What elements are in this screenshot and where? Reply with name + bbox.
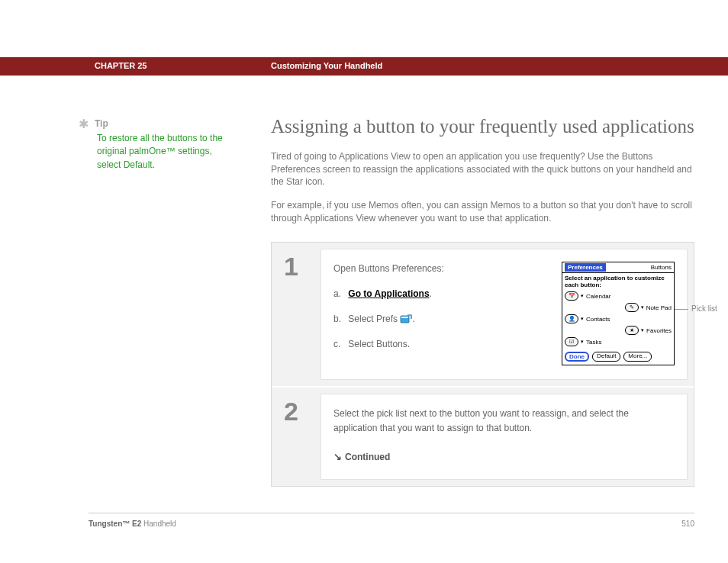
chevron-down-icon: ▾ <box>581 293 584 299</box>
ss-corner: Buttons <box>651 264 672 271</box>
intro-para-2: For example, if you use Memos often, you… <box>271 199 694 225</box>
step-1a: a. Go to Applications. <box>333 287 548 301</box>
steps-container: 1 Open Buttons Preferences: a. Go to App… <box>271 242 694 487</box>
step-1c: c. Select Buttons. <box>333 337 548 352</box>
ss-default-button: Default <box>592 352 620 362</box>
chevron-down-icon: ▾ <box>581 339 584 345</box>
intro-para-1: Tired of going to Applications View to o… <box>271 150 694 188</box>
chapter-title: Customizing Your Handheld <box>271 61 382 70</box>
step-number: 2 <box>272 388 321 486</box>
calendar-icon: 📅 <box>565 291 578 301</box>
tasks-icon: ☑ <box>565 337 578 346</box>
page-title: Assigning a button to your frequently us… <box>271 114 694 140</box>
ss-row-notepad: ✎ ▾ Note Pad <box>565 303 672 312</box>
chevron-down-icon: ▾ <box>641 304 644 310</box>
star-icon: ★ <box>625 326 639 335</box>
step-2: 2 Select the pick list next to the butto… <box>272 386 694 486</box>
ss-subtitle: Select an application to customize each … <box>562 273 674 291</box>
preferences-screenshot: Preferences Buttons Select an applicatio… <box>562 262 675 365</box>
ss-more-button: More... <box>623 352 652 362</box>
prefs-icon <box>400 314 412 324</box>
callout-label: Pick list <box>691 304 717 313</box>
step-1: 1 Open Buttons Preferences: a. Go to App… <box>272 243 694 386</box>
continued-indicator: ↘Continued <box>333 449 675 465</box>
ss-done-button: Done <box>565 352 589 362</box>
page-number: 510 <box>681 520 694 528</box>
step-number: 1 <box>272 243 321 386</box>
ss-row-contacts: 👤 ▾ Contacts <box>565 314 672 323</box>
ss-row-tasks: ☑ ▾ Tasks <box>565 337 672 346</box>
notepad-icon: ✎ <box>625 303 639 312</box>
step-1-lead: Open Buttons Preferences: <box>333 262 548 276</box>
chevron-down-icon: ▾ <box>641 327 644 333</box>
chapter-label: CHAPTER 25 <box>95 61 147 70</box>
ss-row-calendar: 📅 ▾ Calendar <box>565 291 672 301</box>
tip-label: Tip <box>95 118 108 130</box>
main-content: Assigning a button to your frequently us… <box>271 114 694 487</box>
contacts-icon: 👤 <box>565 314 578 323</box>
step-2-text: Select the pick list next to the button … <box>333 407 675 436</box>
callout-line <box>675 309 688 310</box>
arrow-down-right-icon: ↘ <box>333 451 342 462</box>
chapter-header: CHAPTER 25 Customizing Your Handheld <box>0 57 728 76</box>
ss-row-favorites: ★ ▾ Favorites <box>565 326 672 335</box>
product-name: Tungsten™ E2 Handheld <box>89 520 176 528</box>
page-footer: Tungsten™ E2 Handheld 510 <box>89 513 694 528</box>
svg-rect-1 <box>401 317 408 318</box>
step-1b: b. Select Prefs . <box>333 312 548 327</box>
go-to-applications-link[interactable]: Go to Applications <box>348 288 429 299</box>
asterisk-icon: ✱ <box>79 118 89 130</box>
chevron-down-icon: ▾ <box>581 316 584 322</box>
tip-sidebar: ✱ Tip To restore all the buttons to the … <box>79 118 231 172</box>
ss-title: Preferences <box>565 263 606 272</box>
tip-body: To restore all the buttons to the origin… <box>97 132 231 172</box>
